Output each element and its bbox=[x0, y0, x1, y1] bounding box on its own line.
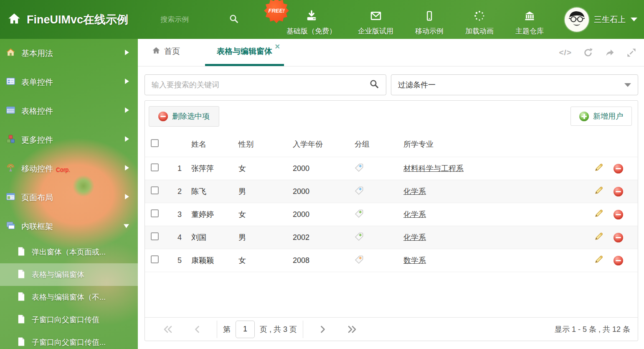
table-icon bbox=[6, 105, 15, 117]
filter-dropdown[interactable]: 过滤条件一 bbox=[391, 74, 638, 95]
edit-pencil-icon[interactable] bbox=[594, 255, 603, 266]
bank-icon bbox=[523, 10, 536, 23]
form-icon bbox=[6, 76, 15, 88]
header-search-input[interactable] bbox=[160, 15, 223, 24]
nav-basic-download[interactable]: FREE! 基础版（免费） bbox=[276, 3, 347, 36]
tag-icon[interactable] bbox=[355, 232, 364, 243]
share-forward-icon[interactable] bbox=[604, 48, 615, 58]
tag-icon[interactable] bbox=[355, 209, 364, 220]
keyword-search-input[interactable] bbox=[152, 81, 369, 89]
delete-row-icon[interactable] bbox=[614, 256, 623, 265]
edit-pencil-icon[interactable] bbox=[594, 232, 603, 243]
sidebar-item-form-controls[interactable]: 表单控件 bbox=[0, 68, 138, 97]
tab-toolbar: </> bbox=[559, 39, 636, 66]
chevron-right-icon bbox=[124, 136, 129, 144]
row-index: 4 bbox=[172, 233, 188, 242]
edit-pencil-icon[interactable] bbox=[594, 186, 603, 197]
prev-page-button[interactable] bbox=[183, 326, 211, 333]
house-icon bbox=[6, 48, 15, 59]
app-window: FineUIMvc在线示例 FREE! 基础版（免费） 企业版试用 bbox=[0, 0, 644, 349]
row-index: 1 bbox=[172, 164, 188, 173]
sidebar-item-mobile-controls[interactable]: 移动控件 Corp. bbox=[0, 154, 138, 183]
tab-home[interactable]: 首页 bbox=[150, 39, 182, 66]
edit-pencil-icon[interactable] bbox=[594, 163, 603, 174]
sidebar-item-label: 基本用法 bbox=[21, 48, 53, 59]
add-button-label: 新增用户 bbox=[593, 111, 623, 121]
nav-theme-repository[interactable]: 主题仓库 bbox=[505, 3, 555, 36]
download-icon bbox=[305, 10, 318, 23]
column-header-year[interactable]: 入学年份 bbox=[289, 139, 352, 149]
sidebar-item-page-layout[interactable]: 页面布局 bbox=[0, 183, 138, 212]
last-page-button[interactable] bbox=[337, 326, 368, 333]
table-row: 4 刘国 男 2002 化学系 bbox=[145, 226, 638, 249]
delete-row-icon[interactable] bbox=[614, 164, 623, 173]
brand[interactable]: FineUIMvc在线示例 bbox=[0, 12, 156, 27]
major-link[interactable]: 化学系 bbox=[403, 187, 426, 196]
column-header-major[interactable]: 所学专业 bbox=[402, 139, 588, 149]
nav-label: 加载动画 bbox=[465, 26, 494, 36]
row-checkbox[interactable] bbox=[151, 186, 159, 194]
major-link[interactable]: 数学系 bbox=[403, 256, 426, 265]
user-menu[interactable]: 三生石上 bbox=[565, 8, 644, 32]
row-checkbox[interactable] bbox=[151, 255, 159, 263]
nav-label: 移动示例 bbox=[415, 26, 444, 36]
sidebar-subitem-label: 子窗口向父窗口传值 bbox=[32, 315, 99, 325]
column-header-name[interactable]: 姓名 bbox=[188, 139, 237, 149]
major-link[interactable]: 化学系 bbox=[403, 233, 426, 242]
next-page-button[interactable] bbox=[309, 326, 337, 333]
delete-row-icon[interactable] bbox=[614, 233, 623, 242]
file-icon bbox=[17, 337, 25, 348]
nav-enterprise-trial[interactable]: 企业版试用 bbox=[347, 3, 404, 36]
grid-empty-space bbox=[145, 272, 638, 317]
column-header-gender[interactable]: 性别 bbox=[237, 139, 289, 149]
refresh-icon[interactable] bbox=[583, 48, 593, 58]
column-header-group[interactable]: 分组 bbox=[352, 139, 402, 149]
row-checkbox[interactable] bbox=[151, 163, 159, 171]
major-link[interactable]: 材料科学与工程系 bbox=[403, 164, 464, 173]
tag-icon[interactable] bbox=[355, 163, 364, 174]
chevron-down-icon bbox=[624, 83, 631, 87]
chevron-right-icon bbox=[124, 78, 129, 86]
sidebar-subitem-label: 弹出窗体（本页面或... bbox=[32, 247, 106, 257]
cell-group bbox=[352, 163, 402, 174]
sidebar-item-basic-usage[interactable]: 基本用法 bbox=[0, 39, 138, 68]
table-row: 1 张萍萍 女 2000 材料科学与工程系 bbox=[145, 157, 638, 180]
row-checkbox[interactable] bbox=[151, 232, 159, 240]
tab-grid-edit-window[interactable]: 表格与编辑窗体 ✕ bbox=[205, 39, 284, 66]
source-code-icon[interactable]: </> bbox=[559, 48, 572, 57]
sidebar-item-more-controls[interactable]: 更多控件 bbox=[0, 125, 138, 154]
edit-pencil-icon[interactable] bbox=[594, 209, 603, 220]
nav-mobile-demo[interactable]: 移动示例 bbox=[404, 3, 454, 36]
sidebar-subitem-grid-edit-window[interactable]: 表格与编辑窗体 bbox=[0, 263, 138, 286]
page-number-input[interactable] bbox=[236, 321, 255, 338]
first-page-button[interactable] bbox=[152, 326, 183, 333]
select-all-checkbox[interactable] bbox=[151, 139, 159, 147]
cell-group bbox=[352, 232, 402, 243]
expand-icon[interactable] bbox=[626, 48, 636, 58]
sidebar-subitem-child-to-parent-2[interactable]: 子窗口向父窗口传值... bbox=[0, 331, 138, 349]
tag-icon[interactable] bbox=[355, 186, 364, 197]
close-icon[interactable]: ✕ bbox=[275, 43, 280, 51]
delete-selected-button[interactable]: 删除选中项 bbox=[149, 106, 219, 127]
cell-group bbox=[352, 186, 402, 197]
spinner-icon bbox=[473, 10, 486, 23]
search-icon[interactable] bbox=[229, 14, 239, 25]
file-icon bbox=[17, 269, 25, 280]
nav-loading-animations[interactable]: 加载动画 bbox=[454, 3, 505, 36]
row-checkbox[interactable] bbox=[151, 209, 159, 217]
delete-row-icon[interactable] bbox=[614, 210, 623, 219]
sidebar-subitem-grid-edit-window-2[interactable]: 表格与编辑窗体（不... bbox=[0, 286, 138, 308]
delete-row-icon[interactable] bbox=[614, 187, 623, 196]
user-grid-panel: 删除选中项 新增用户 姓名 性别 入学年份 分组 所学专业 1 bbox=[145, 100, 638, 341]
nav-label: 主题仓库 bbox=[515, 26, 544, 36]
sidebar-item-label: 更多控件 bbox=[21, 135, 53, 145]
tag-icon[interactable] bbox=[355, 255, 364, 266]
search-icon[interactable] bbox=[369, 79, 379, 91]
sidebar-item-inline-frame[interactable]: 内联框架 bbox=[0, 212, 138, 241]
sidebar-subitem-popup-window[interactable]: 弹出窗体（本页面或... bbox=[0, 241, 138, 263]
add-user-button[interactable]: 新增用户 bbox=[570, 107, 632, 126]
file-icon bbox=[17, 292, 25, 303]
sidebar-item-grid-controls[interactable]: 表格控件 bbox=[0, 97, 138, 125]
sidebar-subitem-child-to-parent[interactable]: 子窗口向父窗口传值 bbox=[0, 308, 138, 331]
major-link[interactable]: 化学系 bbox=[403, 210, 426, 219]
